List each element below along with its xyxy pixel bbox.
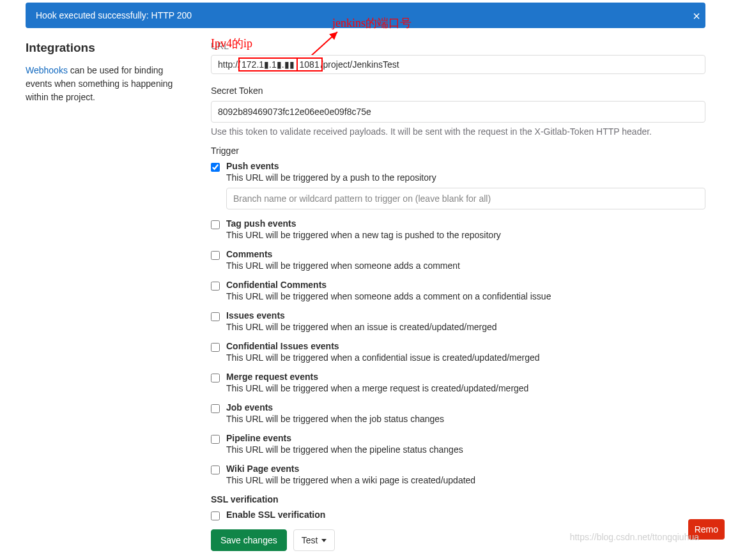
trigger-title: Push events xyxy=(226,161,705,171)
trigger-description: This URL will be triggered when the pipe… xyxy=(226,444,705,455)
trigger-title: Confidential Comments xyxy=(226,280,705,290)
trigger-description: This URL will be triggered when the job … xyxy=(226,414,705,424)
ssl-checkbox[interactable] xyxy=(211,511,220,520)
trigger-checkbox[interactable] xyxy=(211,404,220,413)
trigger-row: Merge request eventsThis URL will be tri… xyxy=(211,372,705,393)
trigger-checkbox[interactable] xyxy=(211,251,220,260)
trigger-row: Confidential CommentsThis URL will be tr… xyxy=(211,280,705,301)
trigger-row: Issues eventsThis URL will be triggered … xyxy=(211,310,705,332)
trigger-title: Comments xyxy=(226,249,705,259)
trigger-row: Confidential Issues eventsThis URL will … xyxy=(211,341,705,363)
test-label: Test xyxy=(302,535,318,545)
branch-pattern-input[interactable] xyxy=(226,188,705,209)
main-form: URL Ipv4的ip jenkins的端口号 http:// 172.1▮.1… xyxy=(211,41,705,551)
close-icon[interactable]: × xyxy=(693,9,700,24)
trigger-description: This URL will be triggered when someone … xyxy=(226,291,705,301)
url-label: URL xyxy=(211,41,705,51)
ssl-heading: SSL verification xyxy=(211,494,705,504)
trigger-row: CommentsThis URL will be triggered when … xyxy=(211,249,705,271)
trigger-description: This URL will be triggered by a push to … xyxy=(226,172,705,183)
secret-token-input[interactable] xyxy=(211,101,705,123)
save-button[interactable]: Save changes xyxy=(211,529,287,551)
trigger-title: Pipeline events xyxy=(226,433,705,443)
trigger-row: Job eventsThis URL will be triggered whe… xyxy=(211,402,705,424)
trigger-description: This URL will be triggered when someone … xyxy=(226,261,705,271)
trigger-title: Tag push events xyxy=(226,218,705,229)
trigger-row: Tag push eventsThis URL will be triggere… xyxy=(211,218,705,240)
url-input[interactable]: http:// 172.1▮.1▮.▮▮ : 1081 /project/Jen… xyxy=(211,55,705,74)
sidebar-description: Webhooks can be used for binding events … xyxy=(26,64,185,104)
trigger-checkbox[interactable] xyxy=(211,163,220,172)
trigger-description: This URL will be triggered when a new ta… xyxy=(226,230,705,240)
test-dropdown[interactable]: Test xyxy=(293,529,335,551)
secret-label: Secret Token xyxy=(211,86,705,96)
trigger-title: Job events xyxy=(226,402,705,412)
page-title: Integrations xyxy=(26,41,185,55)
secret-help: Use this token to validate received payl… xyxy=(211,126,705,137)
alert-text: Hook executed successfully: HTTP 200 xyxy=(36,10,192,20)
trigger-description: This URL will be triggered when a wiki p… xyxy=(226,475,705,485)
alert-success: Hook executed successfully: HTTP 200 × xyxy=(26,3,705,28)
trigger-checkbox[interactable] xyxy=(211,343,220,352)
trigger-description: This URL will be triggered when a confid… xyxy=(226,352,705,363)
trigger-row: Wiki Page eventsThis URL will be trigger… xyxy=(211,464,705,485)
trigger-checkbox[interactable] xyxy=(211,465,220,474)
url-prefix: http:// xyxy=(218,59,240,70)
trigger-checkbox[interactable] xyxy=(211,374,220,382)
url-ip: 172.1▮.1▮.▮▮ xyxy=(242,59,295,70)
trigger-row: Push eventsThis URL will be triggered by… xyxy=(211,161,705,209)
trigger-title: Issues events xyxy=(226,310,705,321)
trigger-row: Pipeline eventsThis URL will be triggere… xyxy=(211,433,705,455)
trigger-title: Confidential Issues events xyxy=(226,341,705,351)
trigger-title: Merge request events xyxy=(226,372,705,382)
chevron-down-icon xyxy=(321,539,327,542)
trigger-title: Wiki Page events xyxy=(226,464,705,474)
url-port: 1081 xyxy=(300,59,319,70)
trigger-checkbox[interactable] xyxy=(211,435,220,444)
trigger-checkbox[interactable] xyxy=(211,282,220,291)
remove-button[interactable]: Remo xyxy=(688,519,725,540)
trigger-description: This URL will be triggered when an issue… xyxy=(226,322,705,332)
trigger-heading: Trigger xyxy=(211,146,705,156)
trigger-description: This URL will be triggered when a merge … xyxy=(226,383,705,393)
url-suffix: /project/JenkinsTest xyxy=(321,59,399,70)
trigger-checkbox[interactable] xyxy=(211,312,220,321)
webhooks-link[interactable]: Webhooks xyxy=(26,65,68,75)
trigger-checkbox[interactable] xyxy=(211,220,220,229)
sidebar: Integrations Webhooks can be used for bi… xyxy=(26,41,185,551)
ssl-label: Enable SSL verification xyxy=(226,510,705,520)
